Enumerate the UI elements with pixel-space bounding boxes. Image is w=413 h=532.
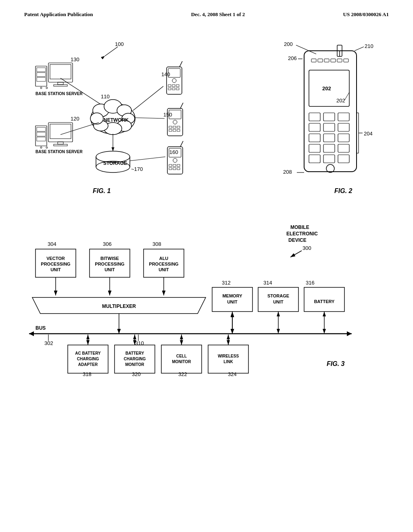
bus-label: BUS — [35, 325, 46, 331]
svg-line-48 — [134, 118, 165, 118]
ref-202-in: 202 — [322, 85, 331, 91]
alu-label-l1: ALU — [159, 256, 169, 261]
fig3-svg: MOBILE ELECTRONIC DEVICE 300 — [24, 217, 387, 410]
svg-marker-135 — [277, 312, 280, 316]
svg-rect-26 — [37, 127, 46, 131]
svg-line-69 — [180, 141, 183, 147]
storage-unit-label-l2: UNIT — [273, 299, 284, 304]
svg-rect-4 — [54, 85, 67, 86]
memory-label-l2: UNIT — [227, 299, 238, 304]
ref-300: 300 — [302, 245, 311, 251]
network-label: NETWORK — [104, 117, 129, 123]
svg-point-62 — [173, 158, 177, 162]
ref-150-label: 150 — [163, 112, 172, 118]
svg-rect-94 — [309, 144, 320, 152]
ref-210: 210 — [365, 43, 373, 49]
svg-rect-7 — [37, 73, 46, 77]
svg-marker-139 — [323, 329, 326, 334]
svg-line-72 — [296, 45, 316, 54]
cell-mon-l1: CELL — [176, 354, 187, 358]
ref-160-label: 160 — [169, 149, 178, 155]
ref-120-label: 120 — [71, 116, 79, 122]
storage-unit-label-l1: STORAGE — [267, 293, 289, 298]
svg-line-59 — [130, 157, 165, 161]
svg-marker-133 — [231, 329, 234, 334]
svg-rect-86 — [323, 113, 335, 121]
svg-marker-124 — [29, 331, 34, 336]
svg-line-58 — [180, 103, 183, 108]
fig1-label: FIG. 1 — [93, 187, 111, 194]
svg-rect-83 — [337, 59, 342, 62]
svg-rect-53 — [173, 126, 176, 128]
svg-rect-67 — [173, 168, 176, 170]
med-label-line3: DEVICE — [288, 237, 307, 243]
svg-rect-99 — [338, 155, 349, 163]
bitwise-label-l3: UNIT — [104, 267, 115, 272]
svg-rect-54 — [177, 126, 180, 128]
svg-rect-93 — [338, 134, 349, 142]
bitwise-label-l1: BITWISE — [100, 256, 119, 261]
svg-rect-42 — [172, 85, 175, 87]
svg-marker-148 — [133, 335, 136, 339]
ac-bat-l2: CHARGING — [77, 357, 99, 361]
fig2-container: 200 210 202 202 — [276, 34, 389, 205]
svg-rect-143 — [208, 345, 248, 373]
svg-rect-27 — [37, 132, 46, 136]
svg-rect-41 — [168, 85, 171, 87]
ref-170-label: ~170 — [131, 166, 143, 172]
ref-140-label: 140 — [161, 71, 170, 77]
bat-chg-l3: MONITOR — [125, 362, 144, 367]
svg-marker-155 — [227, 340, 230, 345]
ref-302: 302 — [44, 340, 53, 346]
ac-bat-l1: AC BATTERY — [75, 351, 101, 355]
ref-306: 306 — [103, 241, 112, 247]
ref-304: 304 — [48, 241, 56, 247]
svg-rect-96 — [338, 144, 349, 152]
base-station-1-label: BASE STATION SERVER — [35, 91, 83, 96]
patent-header: Patent Application Publication Dec. 4, 2… — [0, 0, 413, 22]
bitwise-label-l2: PROCESSING — [95, 262, 124, 266]
header-center: Dec. 4, 2008 Sheet 1 of 2 — [191, 11, 245, 18]
ref-100-label: 100 — [115, 41, 124, 47]
base-station-2-label: BASE STATION SERVER — [35, 150, 83, 154]
header-right: US 2008/0300026 A1 — [343, 11, 389, 18]
bat-chg-l2: CHARGING — [124, 357, 146, 361]
svg-line-0 — [105, 47, 118, 56]
svg-marker-136 — [277, 329, 280, 334]
svg-marker-154 — [227, 335, 230, 339]
svg-rect-92 — [323, 134, 335, 142]
svg-rect-52 — [169, 126, 172, 128]
fig2-svg: 200 210 202 202 — [276, 34, 389, 203]
svg-rect-95 — [323, 144, 335, 152]
svg-point-29 — [40, 147, 42, 148]
ref-202-label: 202 — [336, 98, 345, 104]
mux-label: MULTIPLEXER — [102, 303, 136, 309]
ref-316: 316 — [306, 280, 315, 286]
svg-rect-3 — [58, 82, 63, 85]
svg-rect-85 — [309, 113, 320, 121]
ref-130-label: 130 — [71, 56, 79, 62]
svg-rect-25 — [35, 126, 47, 146]
fig3-label: FIG. 3 — [327, 360, 345, 367]
svg-marker-145 — [86, 335, 90, 339]
ref-320: 320 — [132, 371, 141, 377]
med-label-line2: ELECTRONIC — [286, 231, 318, 237]
header-left: Patent Application Publication — [24, 11, 93, 18]
svg-rect-80 — [318, 59, 323, 62]
memory-label-l1: MEMORY — [222, 293, 242, 298]
ac-bat-l3: ADAPTER — [78, 362, 98, 367]
ref-314: 314 — [263, 280, 272, 286]
cell-mon-l2: MONITOR — [172, 360, 191, 364]
svg-marker-151 — [180, 335, 183, 339]
svg-line-47 — [179, 61, 182, 67]
fig2-label: FIG. 2 — [334, 187, 353, 194]
svg-marker-152 — [180, 340, 183, 345]
svg-rect-22 — [50, 124, 71, 139]
svg-rect-56 — [173, 129, 176, 131]
svg-rect-8 — [37, 77, 46, 81]
ref-110-label: 110 — [101, 94, 110, 100]
svg-rect-68 — [177, 168, 180, 170]
vector-label-l1: VECTOR — [46, 256, 65, 261]
wireless-l1: WIRELESS — [218, 354, 239, 358]
ref-322: 322 — [178, 371, 187, 377]
